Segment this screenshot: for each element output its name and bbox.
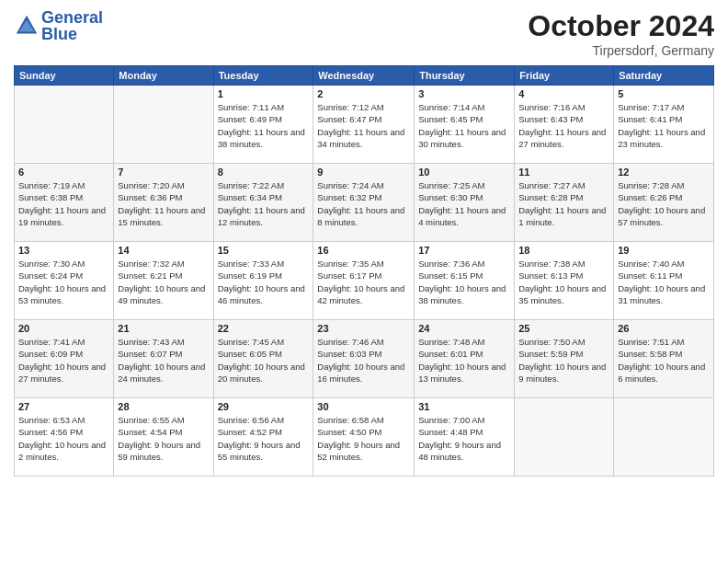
day-number: 23 bbox=[317, 323, 410, 334]
day-info: Sunrise: 7:24 AM Sunset: 6:32 PM Dayligh… bbox=[317, 179, 410, 228]
day-number: 26 bbox=[618, 323, 710, 334]
day-number: 11 bbox=[518, 167, 609, 178]
day-info: Sunrise: 7:35 AM Sunset: 6:17 PM Dayligh… bbox=[317, 258, 410, 306]
day-info: Sunrise: 7:19 AM Sunset: 6:38 PM Dayligh… bbox=[18, 179, 109, 228]
logo-text: General Blue bbox=[41, 9, 103, 42]
day-number: 7 bbox=[118, 167, 209, 178]
day-number: 1 bbox=[218, 88, 310, 99]
day-info: Sunrise: 6:53 AM Sunset: 4:56 PM Dayligh… bbox=[18, 414, 109, 463]
day-info: Sunrise: 6:56 AM Sunset: 4:52 PM Dayligh… bbox=[218, 414, 310, 463]
day-info: Sunrise: 7:11 AM Sunset: 6:49 PM Dayligh… bbox=[218, 101, 310, 150]
day-number: 30 bbox=[317, 401, 410, 412]
day-info: Sunrise: 7:36 AM Sunset: 6:15 PM Dayligh… bbox=[418, 258, 510, 306]
day-number: 24 bbox=[418, 323, 510, 334]
calendar-cell: 17Sunrise: 7:36 AM Sunset: 6:15 PM Dayli… bbox=[415, 242, 515, 320]
calendar-cell: 3Sunrise: 7:14 AM Sunset: 6:45 PM Daylig… bbox=[415, 86, 515, 164]
calendar-cell: 25Sunrise: 7:50 AM Sunset: 5:59 PM Dayli… bbox=[515, 320, 614, 398]
day-info: Sunrise: 7:14 AM Sunset: 6:45 PM Dayligh… bbox=[418, 101, 510, 150]
day-info: Sunrise: 7:48 AM Sunset: 6:01 PM Dayligh… bbox=[418, 336, 510, 385]
weekday-header-row: SundayMondayTuesdayWednesdayThursdayFrid… bbox=[15, 66, 714, 86]
logo-icon bbox=[14, 13, 40, 39]
calendar-cell: 26Sunrise: 7:51 AM Sunset: 5:58 PM Dayli… bbox=[614, 320, 714, 398]
day-info: Sunrise: 7:20 AM Sunset: 6:36 PM Dayligh… bbox=[118, 179, 209, 228]
day-number: 27 bbox=[18, 401, 109, 412]
day-number: 2 bbox=[317, 88, 410, 99]
calendar-cell: 6Sunrise: 7:19 AM Sunset: 6:38 PM Daylig… bbox=[15, 164, 114, 242]
calendar-cell: 7Sunrise: 7:20 AM Sunset: 6:36 PM Daylig… bbox=[114, 164, 213, 242]
day-info: Sunrise: 7:16 AM Sunset: 6:43 PM Dayligh… bbox=[518, 101, 609, 150]
week-row-1: 1Sunrise: 7:11 AM Sunset: 6:49 PM Daylig… bbox=[15, 86, 714, 164]
day-number: 5 bbox=[618, 88, 710, 99]
day-info: Sunrise: 7:00 AM Sunset: 4:48 PM Dayligh… bbox=[418, 414, 510, 463]
day-info: Sunrise: 7:50 AM Sunset: 5:59 PM Dayligh… bbox=[518, 336, 609, 385]
day-number: 12 bbox=[618, 167, 710, 178]
week-row-4: 20Sunrise: 7:41 AM Sunset: 6:09 PM Dayli… bbox=[15, 320, 714, 398]
page: General Blue October 2024 Tirpersdorf, G… bbox=[0, 0, 728, 563]
month-title: October 2024 bbox=[528, 9, 714, 43]
calendar-cell: 1Sunrise: 7:11 AM Sunset: 6:49 PM Daylig… bbox=[213, 86, 313, 164]
calendar-cell bbox=[15, 86, 114, 164]
calendar-cell bbox=[614, 398, 714, 477]
day-number: 10 bbox=[418, 167, 510, 178]
day-info: Sunrise: 7:33 AM Sunset: 6:19 PM Dayligh… bbox=[218, 258, 310, 306]
calendar-cell: 24Sunrise: 7:48 AM Sunset: 6:01 PM Dayli… bbox=[415, 320, 515, 398]
weekday-header-saturday: Saturday bbox=[614, 66, 714, 86]
day-info: Sunrise: 7:27 AM Sunset: 6:28 PM Dayligh… bbox=[518, 179, 609, 228]
day-info: Sunrise: 7:45 AM Sunset: 6:05 PM Dayligh… bbox=[218, 336, 310, 385]
day-number: 17 bbox=[418, 245, 510, 256]
day-number: 31 bbox=[418, 401, 510, 412]
day-number: 14 bbox=[118, 245, 209, 256]
day-number: 4 bbox=[518, 88, 609, 99]
day-number: 16 bbox=[317, 245, 410, 256]
day-number: 28 bbox=[118, 401, 209, 412]
day-number: 15 bbox=[218, 245, 310, 256]
calendar-cell: 22Sunrise: 7:45 AM Sunset: 6:05 PM Dayli… bbox=[213, 320, 313, 398]
calendar-cell: 27Sunrise: 6:53 AM Sunset: 4:56 PM Dayli… bbox=[15, 398, 114, 477]
week-row-2: 6Sunrise: 7:19 AM Sunset: 6:38 PM Daylig… bbox=[15, 164, 714, 242]
week-row-5: 27Sunrise: 6:53 AM Sunset: 4:56 PM Dayli… bbox=[15, 398, 714, 477]
day-info: Sunrise: 7:40 AM Sunset: 6:11 PM Dayligh… bbox=[618, 258, 710, 306]
calendar-cell: 13Sunrise: 7:30 AM Sunset: 6:24 PM Dayli… bbox=[15, 242, 114, 320]
day-number: 29 bbox=[218, 401, 310, 412]
day-number: 8 bbox=[218, 167, 310, 178]
calendar-table: SundayMondayTuesdayWednesdayThursdayFrid… bbox=[14, 65, 714, 477]
weekday-header-tuesday: Tuesday bbox=[213, 66, 313, 86]
day-number: 13 bbox=[18, 245, 109, 256]
day-info: Sunrise: 7:17 AM Sunset: 6:41 PM Dayligh… bbox=[618, 101, 710, 150]
day-number: 22 bbox=[218, 323, 310, 334]
calendar-cell: 28Sunrise: 6:55 AM Sunset: 4:54 PM Dayli… bbox=[114, 398, 213, 477]
calendar-cell bbox=[114, 86, 213, 164]
day-info: Sunrise: 7:43 AM Sunset: 6:07 PM Dayligh… bbox=[118, 336, 209, 385]
day-info: Sunrise: 7:46 AM Sunset: 6:03 PM Dayligh… bbox=[317, 336, 410, 385]
calendar-cell: 8Sunrise: 7:22 AM Sunset: 6:34 PM Daylig… bbox=[213, 164, 313, 242]
day-number: 6 bbox=[18, 167, 109, 178]
location: Tirpersdorf, Germany bbox=[528, 43, 714, 58]
day-info: Sunrise: 6:58 AM Sunset: 4:50 PM Dayligh… bbox=[317, 414, 410, 463]
weekday-header-sunday: Sunday bbox=[15, 66, 114, 86]
day-info: Sunrise: 7:28 AM Sunset: 6:26 PM Dayligh… bbox=[618, 179, 710, 228]
calendar-cell: 12Sunrise: 7:28 AM Sunset: 6:26 PM Dayli… bbox=[614, 164, 714, 242]
calendar-cell: 20Sunrise: 7:41 AM Sunset: 6:09 PM Dayli… bbox=[15, 320, 114, 398]
day-number: 18 bbox=[518, 245, 609, 256]
calendar-cell: 23Sunrise: 7:46 AM Sunset: 6:03 PM Dayli… bbox=[313, 320, 415, 398]
calendar-cell bbox=[515, 398, 614, 477]
day-number: 25 bbox=[518, 323, 609, 334]
calendar-cell: 31Sunrise: 7:00 AM Sunset: 4:48 PM Dayli… bbox=[415, 398, 515, 477]
day-info: Sunrise: 7:12 AM Sunset: 6:47 PM Dayligh… bbox=[317, 101, 410, 150]
calendar-cell: 11Sunrise: 7:27 AM Sunset: 6:28 PM Dayli… bbox=[515, 164, 614, 242]
weekday-header-wednesday: Wednesday bbox=[313, 66, 415, 86]
day-info: Sunrise: 7:38 AM Sunset: 6:13 PM Dayligh… bbox=[518, 258, 609, 306]
calendar-cell: 2Sunrise: 7:12 AM Sunset: 6:47 PM Daylig… bbox=[313, 86, 415, 164]
day-number: 20 bbox=[18, 323, 109, 334]
calendar-cell: 9Sunrise: 7:24 AM Sunset: 6:32 PM Daylig… bbox=[313, 164, 415, 242]
header: General Blue October 2024 Tirpersdorf, G… bbox=[14, 9, 714, 58]
calendar-cell: 16Sunrise: 7:35 AM Sunset: 6:17 PM Dayli… bbox=[313, 242, 415, 320]
day-info: Sunrise: 6:55 AM Sunset: 4:54 PM Dayligh… bbox=[118, 414, 209, 463]
day-info: Sunrise: 7:51 AM Sunset: 5:58 PM Dayligh… bbox=[618, 336, 710, 385]
day-info: Sunrise: 7:41 AM Sunset: 6:09 PM Dayligh… bbox=[18, 336, 109, 385]
calendar-cell: 18Sunrise: 7:38 AM Sunset: 6:13 PM Dayli… bbox=[515, 242, 614, 320]
calendar-cell: 29Sunrise: 6:56 AM Sunset: 4:52 PM Dayli… bbox=[213, 398, 313, 477]
day-info: Sunrise: 7:25 AM Sunset: 6:30 PM Dayligh… bbox=[418, 179, 510, 228]
calendar-cell: 4Sunrise: 7:16 AM Sunset: 6:43 PM Daylig… bbox=[515, 86, 614, 164]
weekday-header-friday: Friday bbox=[515, 66, 614, 86]
